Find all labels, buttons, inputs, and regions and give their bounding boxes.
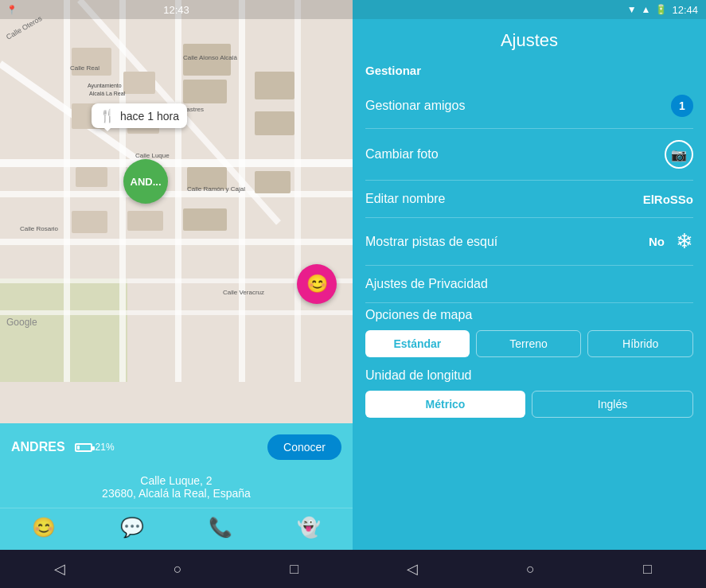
map-pin-pink[interactable]: 😊 <box>297 264 337 304</box>
svg-rect-9 <box>175 0 181 382</box>
row-gestionar-amigos[interactable]: Gestionar amigos 1 <box>365 84 693 129</box>
right-system-nav: ◁ ○ □ <box>353 550 706 588</box>
left-time: 12:43 <box>163 4 189 16</box>
svg-rect-25 <box>255 171 291 193</box>
svg-rect-11 <box>294 0 301 382</box>
map-option-estandar[interactable]: Estándar <box>365 330 470 357</box>
tab-ghost[interactable]: 👻 <box>297 516 321 539</box>
label-pistas-esqui: Mostrar pistas de esquí <box>365 235 497 249</box>
tab-chat[interactable]: 💬 <box>120 516 144 539</box>
svg-rect-15 <box>123 72 155 94</box>
unit-metric[interactable]: Métrico <box>365 391 525 418</box>
unit-label: Unidad de longitud <box>365 368 693 383</box>
row-editar-nombre[interactable]: Editar nombre ElRoSSo <box>365 181 693 218</box>
badge-amigos: 1 <box>671 95 693 117</box>
camera-icon: 📷 <box>665 140 693 169</box>
label-editar-nombre: Editar nombre <box>365 192 446 206</box>
settings-title: Ajustes <box>353 19 706 59</box>
pink-pin-emoji: 😊 <box>306 274 328 294</box>
svg-text:Calle Luque: Calle Luque <box>135 152 170 159</box>
battery-icon <box>75 443 92 452</box>
right-panel: ▼ ▲ 🔋 12:44 Ajustes Gestionar Gestionar … <box>353 0 706 588</box>
camera-glyph: 📷 <box>671 147 687 162</box>
svg-rect-21 <box>255 111 294 135</box>
google-logo: Google <box>6 317 37 328</box>
nav-tabs: 😊 💬 📞 👻 <box>0 508 353 550</box>
right-time: 12:44 <box>672 4 698 16</box>
right-battery-icon: 🔋 <box>655 4 667 15</box>
map-options-section: Opciones de mapa Estándar Terreno Híbrid… <box>365 308 693 357</box>
tab-phone[interactable]: 📞 <box>209 516 232 539</box>
svg-text:Calle Alonso Alcalá: Calle Alonso Alcalá <box>183 54 238 61</box>
value-pistas-esqui: No <box>649 235 665 248</box>
unit-buttons: Métrico Inglés <box>365 391 693 418</box>
svg-text:Calle Veracruz: Calle Veracruz <box>223 289 264 296</box>
address-line2: 23680, Alcalá la Real, España <box>6 487 346 500</box>
right-recent-button[interactable]: □ <box>643 561 652 578</box>
status-bar-left: 📍 12:43 <box>0 0 353 19</box>
snowflake-icon: ❄ <box>676 229 693 254</box>
address-line1: Calle Luque, 2 <box>6 474 346 487</box>
tab-smiley[interactable]: 😊 <box>32 516 56 539</box>
label-cambiar-foto: Cambiar foto <box>365 147 439 162</box>
row-pistas-esqui[interactable]: Mostrar pistas de esquí No ❄ <box>365 218 693 266</box>
green-pin-label: AND... <box>131 176 162 188</box>
battery-pct: 21% <box>96 442 115 453</box>
map-option-terreno[interactable]: Terreno <box>476 330 582 357</box>
right-signal-icon: ▼ <box>627 4 637 15</box>
battery-indicator: 21% <box>75 442 115 453</box>
right-home-button[interactable]: ○ <box>526 561 535 578</box>
right-wifi-icon: ▲ <box>642 4 651 15</box>
map-option-buttons: Estándar Terreno Híbrido <box>365 330 693 357</box>
label-gestionar-amigos: Gestionar amigos <box>365 99 465 113</box>
svg-rect-27 <box>127 211 163 231</box>
map-option-hibrido[interactable]: Híbrido <box>587 330 693 357</box>
section-gestionar: Gestionar <box>365 64 693 77</box>
svg-rect-7 <box>64 0 70 382</box>
user-name: ANDRES <box>11 440 65 454</box>
svg-rect-22 <box>76 167 107 187</box>
badge-value: 1 <box>679 99 685 112</box>
unit-options-section: Unidad de longitud Métrico Inglés <box>365 368 693 418</box>
unit-imperial[interactable]: Inglés <box>532 391 693 418</box>
left-recent-button[interactable]: □ <box>290 561 298 578</box>
left-home-button[interactable]: ○ <box>174 561 182 578</box>
left-panel: 📍 12:43 <box>0 0 353 588</box>
value-editar-nombre: ElRoSSo <box>643 193 693 206</box>
map-options-label: Opciones de mapa <box>365 308 693 322</box>
map-container: 📍 12:43 <box>0 0 353 423</box>
svg-text:Calle Real: Calle Real <box>70 64 99 72</box>
left-system-nav: ◁ ○ □ <box>0 550 353 588</box>
address-bar: Calle Luque, 2 23680, Alcalá la Real, Es… <box>0 471 353 508</box>
status-bar-right: ▼ ▲ 🔋 12:44 <box>353 0 706 19</box>
map-pin-green[interactable]: AND... <box>123 159 168 204</box>
location-icon: 📍 <box>6 5 18 15</box>
svg-rect-26 <box>72 211 107 233</box>
svg-rect-20 <box>255 72 294 99</box>
svg-rect-17 <box>183 80 227 103</box>
map-svg: Calle Oteros Calle Real Ayuntamiento Alc… <box>0 0 353 382</box>
row-privacidad[interactable]: Ajustes de Privacidad <box>365 266 693 303</box>
settings-scroll: Gestionar Gestionar amigos 1 Cambiar fot… <box>353 59 706 550</box>
svg-text:Calle Rosario: Calle Rosario <box>20 225 59 232</box>
bottom-bar: ANDRES 21% Conocer <box>0 423 353 471</box>
svg-text:Alcalá La Real: Alcalá La Real <box>89 91 126 96</box>
svg-text:Ayuntamiento: Ayuntamiento <box>88 83 122 89</box>
svg-rect-28 <box>183 208 227 231</box>
tooltip-bubble: 🍴 hace 1 hora <box>92 103 187 128</box>
pistas-value-group: No ❄ <box>649 229 693 254</box>
tooltip-fork-icon: 🍴 <box>99 108 115 123</box>
right-back-button[interactable]: ◁ <box>407 560 418 578</box>
google-text: Google <box>6 317 37 328</box>
label-privacidad: Ajustes de Privacidad <box>365 277 488 291</box>
row-cambiar-foto[interactable]: Cambiar foto 📷 <box>365 129 693 181</box>
left-back-button[interactable]: ◁ <box>54 560 65 578</box>
tooltip-text: hace 1 hora <box>120 110 179 123</box>
conocer-button[interactable]: Conocer <box>267 434 341 460</box>
svg-text:Calle Ramón y Cajal: Calle Ramón y Cajal <box>187 185 245 193</box>
